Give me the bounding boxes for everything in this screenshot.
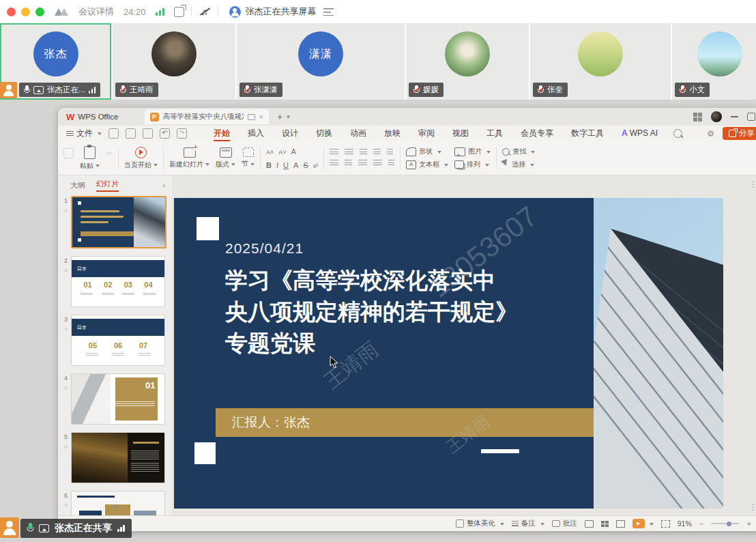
collapse-panel-icon[interactable]: ‹: [162, 181, 165, 189]
meeting-details-link[interactable]: 会议详情: [78, 5, 114, 18]
current-slide[interactable]: 2025/04/21 学习《高等学校深化落实中 央八项规定精神的若干规定》 专题…: [174, 198, 723, 509]
scrollbar-top[interactable]: ⋮: [749, 181, 756, 188]
slide-thumbnail-1[interactable]: [71, 196, 166, 248]
maximize-button[interactable]: [747, 113, 755, 121]
indent-decrease-icon[interactable]: [360, 149, 367, 156]
decrease-font-icon[interactable]: [278, 147, 286, 156]
select-button[interactable]: 选择: [502, 160, 535, 169]
save-icon[interactable]: [108, 128, 119, 139]
format-painter-button[interactable]: [63, 148, 74, 168]
bullets-icon[interactable]: [330, 149, 338, 156]
tab-animation[interactable]: 动画: [341, 126, 375, 141]
underline-icon[interactable]: [283, 161, 289, 169]
participant-tile-zhangxiaoxiao[interactable]: 潇潇 张潇潇: [237, 23, 405, 100]
superscript-icon[interactable]: [313, 161, 319, 169]
line-spacing-icon[interactable]: [387, 149, 393, 156]
play-from-current-button[interactable]: 当页开始: [124, 147, 158, 170]
columns-icon[interactable]: [388, 160, 394, 167]
close-traffic-light[interactable]: [7, 8, 16, 16]
tab-slideshow[interactable]: 放映: [375, 126, 409, 141]
search-icon[interactable]: [673, 129, 682, 138]
find-button[interactable]: 查找: [502, 147, 535, 156]
numbering-icon[interactable]: [345, 149, 353, 156]
tab-list-chevron-icon[interactable]: [287, 113, 290, 120]
tab-review[interactable]: 审阅: [409, 126, 444, 141]
bold-icon[interactable]: [266, 161, 272, 169]
new-tab-button[interactable]: [277, 111, 282, 122]
justify-icon[interactable]: [373, 160, 382, 167]
sharing-status-overlay[interactable]: 张杰正在共享: [20, 519, 132, 538]
tab-insert[interactable]: 插入: [239, 126, 273, 141]
background-music-muted-icon[interactable]: [199, 6, 211, 17]
comments-button[interactable]: 批注: [552, 519, 577, 528]
add-slide-button[interactable]: [112, 500, 118, 512]
participant-tile-wangjingyu[interactable]: 王靖雨: [113, 23, 235, 100]
align-right-icon[interactable]: [358, 160, 367, 167]
align-left-icon[interactable]: [330, 160, 338, 167]
scrollbar-bottom[interactable]: ⋮: [749, 504, 756, 511]
new-slide-button[interactable]: 新建幻灯片: [169, 147, 209, 169]
shapes-button[interactable]: 形状: [406, 147, 448, 156]
output-icon[interactable]: [126, 128, 136, 139]
slide-thumbnail-5[interactable]: [71, 432, 165, 483]
tab-member[interactable]: 会员专享: [512, 126, 562, 141]
zoom-in-button[interactable]: +: [747, 519, 751, 528]
file-menu[interactable]: 文件: [66, 128, 102, 139]
increase-font-icon[interactable]: [266, 147, 274, 156]
participant-tile-xiaowen[interactable]: 小文: [672, 23, 756, 100]
beautify-button[interactable]: 整体美化: [456, 519, 504, 528]
paste-button[interactable]: 粘贴: [80, 146, 100, 171]
share-button[interactable]: 分享: [723, 127, 756, 140]
tab-tools[interactable]: 工具: [478, 126, 512, 141]
tab-digital-tools[interactable]: 数字工具: [562, 126, 613, 141]
slide-thumbnail-3[interactable]: 目录 0506 07: [71, 315, 165, 366]
tab-wps-ai[interactable]: WPS AI: [613, 126, 667, 141]
font-color-icon[interactable]: [293, 161, 298, 169]
strikethrough-icon[interactable]: [303, 161, 308, 169]
textbox-button[interactable]: 文本框: [406, 160, 448, 169]
tab-view[interactable]: 视图: [444, 126, 478, 141]
notes-button[interactable]: 备注: [512, 519, 544, 528]
participant-tile-zhangjie[interactable]: 张杰 张杰正在...: [0, 23, 111, 100]
picture-button[interactable]: 图片: [454, 147, 491, 156]
outline-tab[interactable]: 大纲: [70, 180, 85, 190]
workspace-grid-icon[interactable]: [693, 113, 702, 122]
indent-increase-icon[interactable]: [373, 149, 381, 156]
document-tab[interactable]: 高等学校落实中央八项规定精: [145, 109, 269, 124]
tab-design[interactable]: 设计: [273, 126, 307, 141]
participant-tile-yuanyuan[interactable]: 媛媛: [406, 23, 529, 100]
reading-view-icon[interactable]: [616, 520, 625, 528]
user-avatar[interactable]: [711, 111, 722, 122]
tab-transition[interactable]: 切换: [307, 126, 341, 141]
section-button[interactable]: 节: [242, 147, 255, 169]
fit-window-icon[interactable]: [661, 520, 670, 528]
slide-sorter-view-icon[interactable]: [601, 521, 609, 527]
slides-tab[interactable]: 幻灯片: [96, 179, 119, 192]
slide-thumbnail-2[interactable]: 目录 0102 0304: [71, 256, 165, 307]
layout-button[interactable]: 版式: [216, 147, 235, 169]
participant-tile-zhangkui[interactable]: 张奎: [530, 23, 671, 100]
gear-icon[interactable]: ⚙: [707, 129, 714, 139]
print-icon[interactable]: [143, 128, 153, 139]
minimize-traffic-light[interactable]: [21, 8, 30, 16]
zoom-out-button[interactable]: −: [699, 519, 703, 528]
align-center-icon[interactable]: [345, 160, 352, 167]
cut-button[interactable]: [106, 149, 113, 168]
zoom-traffic-light[interactable]: [35, 8, 44, 16]
arrange-button[interactable]: 排列: [454, 160, 491, 169]
slideshow-button[interactable]: [633, 519, 654, 528]
minimize-button[interactable]: [731, 116, 738, 117]
share-window-icon[interactable]: [174, 7, 184, 17]
redo-icon[interactable]: [177, 128, 187, 139]
zoom-slider[interactable]: [711, 523, 740, 524]
close-tab-icon[interactable]: [259, 113, 263, 121]
slide-thumbnail-4[interactable]: 01: [71, 373, 165, 425]
tab-home[interactable]: 开始: [205, 126, 239, 141]
sharing-options-icon[interactable]: [323, 8, 334, 16]
normal-view-icon[interactable]: [585, 520, 594, 528]
text-effect-icon[interactable]: [291, 147, 296, 156]
italic-icon[interactable]: [276, 161, 278, 169]
wps-menubar: 文件 开始 插入 设计 切换 动画 放映 审阅 视图 工具 会员专享 数字工具 …: [58, 126, 756, 141]
host-badge-icon[interactable]: [0, 517, 19, 538]
undo-icon[interactable]: [160, 128, 170, 139]
